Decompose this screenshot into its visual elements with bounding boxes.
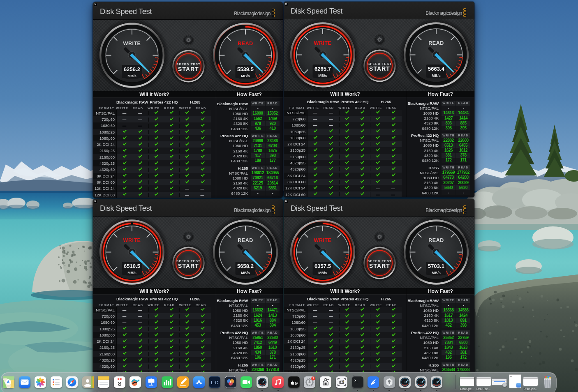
svg-text:>_: >_ <box>354 378 358 383</box>
svg-text:1: 1 <box>313 377 314 380</box>
svg-text:tv: tv <box>295 381 298 385</box>
svg-text:8: 8 <box>118 380 121 387</box>
svg-text:LrC: LrC <box>211 380 218 385</box>
